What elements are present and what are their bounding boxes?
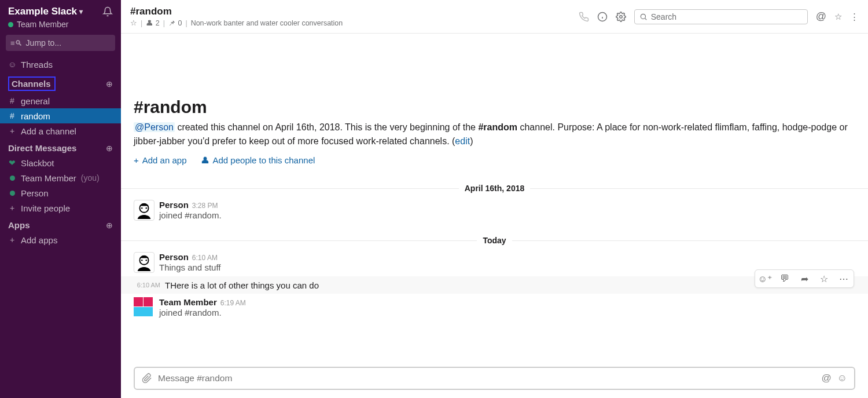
presence-active-icon bbox=[8, 22, 13, 27]
svg-point-10 bbox=[141, 260, 142, 261]
hash-icon: # bbox=[8, 111, 16, 121]
mention-person[interactable]: @Person bbox=[134, 122, 175, 132]
call-icon[interactable] bbox=[579, 12, 589, 22]
jump-icon: ≡🔍︎ bbox=[10, 39, 23, 48]
star-items-icon[interactable]: ☆ bbox=[834, 12, 842, 22]
svg-point-7 bbox=[141, 207, 142, 209]
plus-icon: + bbox=[8, 203, 16, 213]
pin-icon: 📌︎ bbox=[168, 19, 176, 27]
apps-header[interactable]: Apps bbox=[8, 220, 30, 230]
search-placeholder: Search bbox=[651, 12, 676, 21]
star-icon[interactable]: ☆ bbox=[130, 19, 137, 27]
plus-icon: + bbox=[8, 126, 16, 136]
start-thread-icon[interactable]: 💬︎ bbox=[775, 270, 795, 287]
channel-title[interactable]: #random bbox=[130, 6, 343, 17]
you-suffix: (you) bbox=[81, 173, 100, 182]
mentions-icon[interactable]: @ bbox=[816, 10, 826, 23]
message-input[interactable] bbox=[158, 373, 815, 384]
current-user-row[interactable]: Team Member bbox=[0, 20, 121, 35]
pin-count[interactable]: 📌︎ 0 bbox=[168, 19, 182, 27]
workspace-switcher[interactable]: Example Slack ▾ bbox=[8, 6, 83, 17]
invite-people-link[interactable]: + Invite people bbox=[0, 200, 121, 216]
avatar[interactable] bbox=[134, 252, 155, 273]
message-row[interactable]: 6:10 AM THere is a lot of other things y… bbox=[121, 276, 868, 294]
notifications-bell-icon[interactable] bbox=[102, 6, 113, 17]
person-icon: 👤︎ bbox=[146, 19, 153, 27]
channel-general[interactable]: # general bbox=[0, 93, 121, 108]
current-user-name: Team Member bbox=[17, 20, 68, 29]
sidebar: Example Slack ▾ Team Member ≡🔍︎ Jump to.… bbox=[0, 0, 121, 398]
heart-icon: ❤ bbox=[8, 158, 16, 167]
message-text: Things and stuff bbox=[159, 262, 220, 272]
plus-icon: + bbox=[8, 235, 16, 244]
date-label: Today bbox=[477, 236, 512, 245]
more-actions-icon[interactable]: ⋮ bbox=[850, 12, 859, 22]
workspace-name: Example Slack bbox=[8, 6, 77, 17]
main-panel: #random ☆ | 👤︎ 2 | 📌︎ 0 | Non-work bante… bbox=[121, 0, 868, 398]
message-row[interactable]: Person 3:28 PM joined #random. bbox=[121, 196, 868, 224]
add-channel-link[interactable]: + Add a channel bbox=[0, 123, 121, 138]
message-author[interactable]: Person bbox=[159, 252, 189, 262]
message-author[interactable]: Person bbox=[159, 200, 189, 210]
star-message-icon[interactable]: ☆ bbox=[814, 270, 834, 287]
share-message-icon[interactable]: ➦ bbox=[795, 270, 814, 287]
more-message-actions-icon[interactable]: ⋯ bbox=[834, 270, 854, 287]
message-row[interactable]: Team Member 6:19 AM joined #random. bbox=[121, 294, 868, 322]
svg-point-8 bbox=[146, 207, 147, 209]
svg-line-5 bbox=[645, 18, 646, 20]
edit-purpose-link[interactable]: edit bbox=[455, 136, 470, 146]
person-add-icon: 👤︎ bbox=[201, 155, 209, 165]
message-time: 6:19 AM bbox=[220, 299, 246, 307]
dm-person[interactable]: Person bbox=[0, 185, 121, 200]
avatar[interactable] bbox=[134, 200, 155, 221]
channels-header[interactable]: Channels bbox=[8, 76, 56, 91]
message-text: joined #random. bbox=[159, 308, 246, 317]
svg-point-3 bbox=[619, 15, 622, 18]
channel-topic[interactable]: Non-work banter and water cooler convers… bbox=[191, 19, 343, 27]
dm-slackbot[interactable]: ❤ Slackbot bbox=[0, 155, 121, 170]
attach-file-icon[interactable] bbox=[142, 373, 152, 384]
intro-title: #random bbox=[134, 97, 855, 117]
search-icon bbox=[639, 13, 648, 21]
direct-messages-header[interactable]: Direct Messages bbox=[8, 143, 76, 153]
message-text: joined #random. bbox=[159, 210, 222, 220]
settings-gear-icon[interactable] bbox=[616, 12, 626, 22]
add-app-link[interactable]: +Add an app bbox=[134, 155, 187, 165]
channel-intro: #random @Person created this channel on … bbox=[121, 39, 868, 172]
plus-icon: + bbox=[134, 155, 139, 165]
intro-body: @Person created this channel on April 16… bbox=[134, 121, 855, 148]
emoji-picker-icon[interactable]: ☺ bbox=[837, 373, 847, 384]
member-count[interactable]: 👤︎ 2 bbox=[146, 19, 159, 27]
svg-point-4 bbox=[641, 14, 645, 19]
new-dm-icon[interactable]: ⊕ bbox=[106, 144, 113, 153]
date-divider: Today bbox=[121, 236, 868, 245]
add-app-icon[interactable]: ⊕ bbox=[106, 221, 113, 230]
hash-icon: # bbox=[8, 96, 16, 105]
info-icon[interactable] bbox=[597, 12, 608, 22]
threads-link[interactable]: ☺ Threads bbox=[0, 57, 121, 72]
composer-wrap: @ ☺ bbox=[121, 362, 868, 398]
add-apps-link[interactable]: + Add apps bbox=[0, 232, 121, 247]
date-label: April 16th, 2018 bbox=[459, 184, 531, 193]
search-box[interactable]: Search bbox=[634, 9, 808, 24]
threads-icon: ☺ bbox=[8, 60, 16, 69]
message-time: 6:10 AM bbox=[134, 280, 160, 290]
svg-point-11 bbox=[146, 260, 147, 261]
message-author[interactable]: Team Member bbox=[159, 297, 217, 307]
channel-random[interactable]: # random bbox=[0, 108, 121, 123]
add-channel-icon[interactable]: ⊕ bbox=[106, 79, 113, 89]
channel-header: #random ☆ | 👤︎ 2 | 📌︎ 0 | Non-work bante… bbox=[121, 0, 868, 34]
message-list[interactable]: #random @Person created this channel on … bbox=[121, 34, 868, 362]
message-time: 3:28 PM bbox=[192, 202, 218, 210]
add-reaction-icon[interactable]: ☺⁺ bbox=[755, 270, 775, 287]
chevron-down-icon: ▾ bbox=[79, 8, 83, 16]
presence-active-icon bbox=[8, 173, 16, 182]
add-people-link[interactable]: 👤︎Add people to this channel bbox=[201, 155, 315, 165]
message-composer[interactable]: @ ☺ bbox=[134, 367, 855, 390]
avatar[interactable] bbox=[134, 297, 155, 318]
dm-team-member[interactable]: Team Member (you) bbox=[0, 170, 121, 185]
jump-placeholder: Jump to... bbox=[26, 38, 61, 48]
mention-icon[interactable]: @ bbox=[821, 373, 831, 384]
jump-to-input[interactable]: ≡🔍︎ Jump to... bbox=[6, 35, 115, 51]
message-text: THere is a lot of other things you can d… bbox=[165, 280, 319, 290]
